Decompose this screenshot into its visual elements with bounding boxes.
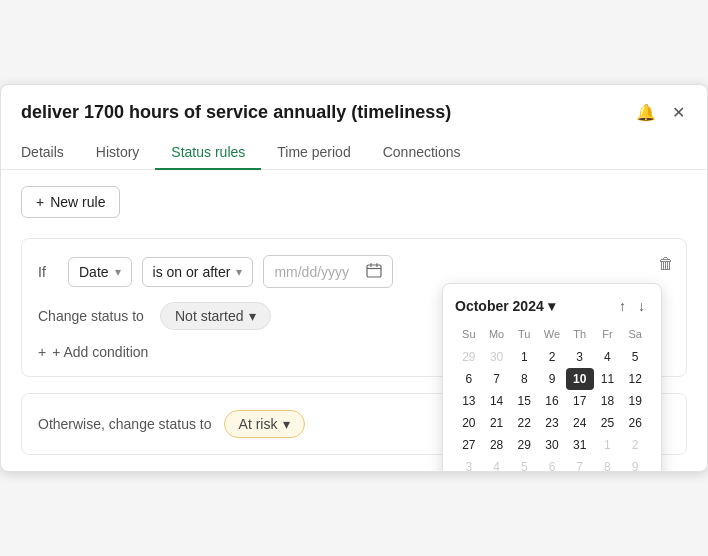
calendar-month[interactable]: October 2024 ▾ (455, 298, 555, 314)
weekday-sa: Sa (621, 326, 649, 342)
calendar-weekdays: Su Mo Tu We Th Fr Sa (455, 326, 649, 342)
title-row: deliver 1700 hours of service annually (… (21, 101, 687, 124)
calendar-day[interactable]: 3 (455, 456, 483, 472)
calendar-day[interactable]: 14 (483, 390, 511, 412)
tab-connections[interactable]: Connections (367, 136, 477, 170)
calendar-day[interactable]: 10 (566, 368, 594, 390)
weekday-mo: Mo (483, 326, 511, 342)
calendar-day[interactable]: 11 (594, 368, 622, 390)
calendar-day[interactable]: 8 (594, 456, 622, 472)
tab-time-period[interactable]: Time period (261, 136, 366, 170)
calendar-day[interactable]: 5 (510, 456, 538, 472)
calendar-day[interactable]: 23 (538, 412, 566, 434)
calendar-day[interactable]: 4 (594, 346, 622, 368)
trash-icon: 🗑 (658, 255, 674, 272)
calendar-day[interactable]: 24 (566, 412, 594, 434)
delete-rule-button[interactable]: 🗑 (658, 255, 674, 273)
weekday-su: Su (455, 326, 483, 342)
calendar-day[interactable]: 22 (510, 412, 538, 434)
prev-month-button[interactable]: ↑ (615, 296, 630, 316)
month-label: October 2024 (455, 298, 544, 314)
calendar-day[interactable]: 27 (455, 434, 483, 456)
title-icons: 🔔 ✕ (634, 101, 687, 124)
calendar-icon (366, 262, 382, 281)
calendar-day[interactable]: 16 (538, 390, 566, 412)
tab-history[interactable]: History (80, 136, 156, 170)
date-input[interactable]: mm/dd/yyyy (263, 255, 393, 288)
calendar-day[interactable]: 6 (538, 456, 566, 472)
status-value: Not started (175, 308, 243, 324)
field-dropdown[interactable]: Date ▾ (68, 257, 132, 287)
calendar-day[interactable]: 6 (455, 368, 483, 390)
new-rule-button[interactable]: + New rule (21, 186, 120, 218)
condition-dropdown[interactable]: is on or after ▾ (142, 257, 254, 287)
calendar-day[interactable]: 29 (510, 434, 538, 456)
calendar-day[interactable]: 25 (594, 412, 622, 434)
weekday-tu: Tu (510, 326, 538, 342)
header: deliver 1700 hours of service annually (… (1, 85, 707, 170)
weekday-fr: Fr (594, 326, 622, 342)
calendar-day[interactable]: 3 (566, 346, 594, 368)
calendar-day[interactable]: 1 (510, 346, 538, 368)
change-status-label: Change status to (38, 308, 148, 324)
calendar-day[interactable]: 9 (538, 368, 566, 390)
otherwise-label: Otherwise, change status to (38, 416, 212, 432)
svg-rect-0 (367, 265, 381, 277)
calendar-day[interactable]: 29 (455, 346, 483, 368)
close-button[interactable]: ✕ (670, 101, 687, 124)
tab-details[interactable]: Details (21, 136, 80, 170)
calendar-day[interactable]: 5 (621, 346, 649, 368)
condition-value: is on or after (153, 264, 231, 280)
calendar-day[interactable]: 17 (566, 390, 594, 412)
add-condition-icon: + (38, 344, 46, 360)
condition-chevron-icon: ▾ (236, 265, 242, 279)
calendar-day[interactable]: 9 (621, 456, 649, 472)
calendar-day[interactable]: 12 (621, 368, 649, 390)
calendar-day[interactable]: 7 (483, 368, 511, 390)
calendar-day[interactable]: 8 (510, 368, 538, 390)
at-risk-value: At risk (239, 416, 278, 432)
if-label: If (38, 264, 58, 280)
add-condition-label: + Add condition (52, 344, 148, 360)
calendar-day[interactable]: 31 (566, 434, 594, 456)
month-chevron-icon: ▾ (548, 298, 555, 314)
calendar-day[interactable]: 28 (483, 434, 511, 456)
rule-block: 🗑 If Date ▾ is on or after ▾ mm/dd/yyyy (21, 238, 687, 377)
calendar-day[interactable]: 1 (594, 434, 622, 456)
main-window: deliver 1700 hours of service annually (… (0, 84, 708, 472)
page-title: deliver 1700 hours of service annually (… (21, 102, 451, 123)
tab-status-rules[interactable]: Status rules (155, 136, 261, 170)
calendar-day[interactable]: 26 (621, 412, 649, 434)
bell-icon: 🔔 (636, 104, 656, 121)
calendar-day[interactable]: 2 (538, 346, 566, 368)
calendar-day[interactable]: 18 (594, 390, 622, 412)
calendar-day[interactable]: 19 (621, 390, 649, 412)
calendar-day[interactable]: 30 (483, 346, 511, 368)
new-rule-icon: + (36, 194, 44, 210)
next-month-button[interactable]: ↓ (634, 296, 649, 316)
status-dropdown[interactable]: Not started ▾ (160, 302, 271, 330)
calendar-day[interactable]: 30 (538, 434, 566, 456)
calendar-day[interactable]: 7 (566, 456, 594, 472)
bell-button[interactable]: 🔔 (634, 101, 658, 124)
calendar-popup: October 2024 ▾ ↑ ↓ Su Mo Tu We Th (442, 283, 662, 472)
field-chevron-icon: ▾ (115, 265, 121, 279)
field-value: Date (79, 264, 109, 280)
calendar-day[interactable]: 13 (455, 390, 483, 412)
add-condition-button[interactable]: + + Add condition (38, 344, 148, 360)
calendar-day[interactable]: 15 (510, 390, 538, 412)
calendar-grid: Su Mo Tu We Th Fr Sa 2930123456789101112… (455, 326, 649, 472)
date-placeholder: mm/dd/yyyy (274, 264, 349, 280)
calendar-day[interactable]: 21 (483, 412, 511, 434)
at-risk-chevron-icon: ▾ (283, 416, 290, 432)
close-icon: ✕ (672, 104, 685, 121)
calendar-days: 2930123456789101112131415161718192021222… (455, 346, 649, 472)
calendar-day[interactable]: 2 (621, 434, 649, 456)
status-chevron-icon: ▾ (249, 308, 256, 324)
new-rule-label: New rule (50, 194, 105, 210)
calendar-nav: ↑ ↓ (615, 296, 649, 316)
calendar-day[interactable]: 20 (455, 412, 483, 434)
calendar-day[interactable]: 4 (483, 456, 511, 472)
at-risk-dropdown[interactable]: At risk ▾ (224, 410, 306, 438)
content-area: + New rule 🗑 If Date ▾ is on or after ▾ (1, 170, 707, 471)
